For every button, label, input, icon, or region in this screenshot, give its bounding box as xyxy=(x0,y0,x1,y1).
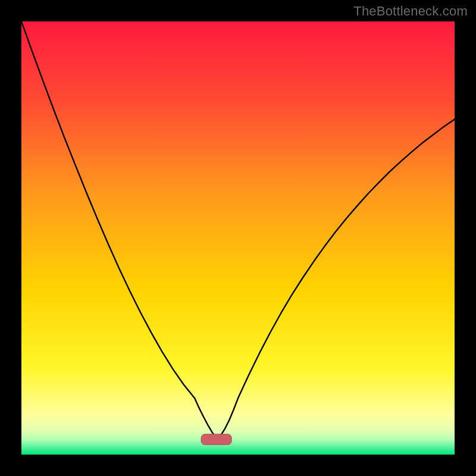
watermark-label: TheBottleneck.com xyxy=(353,4,468,19)
chart-svg xyxy=(21,21,455,455)
chart-background-gradient xyxy=(21,21,455,455)
chart-frame: TheBottleneck.com xyxy=(0,0,476,476)
chart-plot-area xyxy=(21,21,455,455)
cusp-marker xyxy=(201,434,231,444)
